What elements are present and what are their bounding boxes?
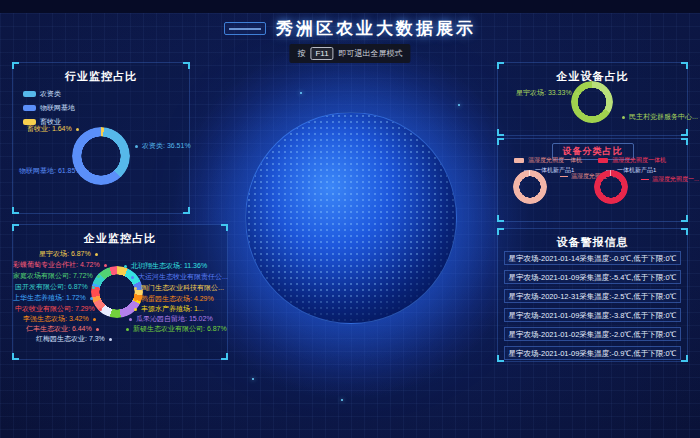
panel-corner xyxy=(497,228,504,235)
panel-corner xyxy=(183,207,190,214)
alarm-row: 星宇农场-2021-01-09采集温度:-0.9℃,低于下限:0℃ xyxy=(504,346,681,360)
panel-device-alarms: 设备警报信息 星宇农场-2021-01-14采集温度:-0.9℃,低于下限:0℃… xyxy=(497,228,688,362)
panel-corner xyxy=(681,355,688,362)
panel-corner xyxy=(497,355,504,362)
alarm-list: 星宇农场-2021-01-14采集温度:-0.9℃,低于下限:0℃ 星宇农场-2… xyxy=(504,251,681,365)
pie-label: 农资类: 36.51% xyxy=(135,141,191,150)
alarm-row: 星宇农场-2020-12-31采集温度:-2.5℃,低于下限:0℃ xyxy=(504,289,681,303)
panel-corner xyxy=(12,62,19,69)
particle-dot xyxy=(341,399,343,401)
pie-label: 彩蝶葡萄专业合作社: 4.72% xyxy=(13,260,107,269)
pie-label: 李强生态农场: 3.42% xyxy=(23,314,96,323)
category-donut-chart-1[interactable] xyxy=(513,170,547,204)
category-donut-chart-2[interactable] xyxy=(594,170,628,204)
legend-item: 温湿度光照度一体机 xyxy=(514,156,582,165)
industry-donut-chart[interactable] xyxy=(72,127,130,185)
panel-corner xyxy=(497,215,504,222)
particle-dot xyxy=(300,92,302,94)
pie-label: 温湿度光照度一... xyxy=(641,175,699,184)
pie-label: 红梅园生态农业: 7.3% xyxy=(36,334,112,343)
pie-label: 中农牧业有限公司: 7.29% xyxy=(15,304,102,313)
legend-label: 物联网基地 xyxy=(40,103,75,113)
f11-key: F11 xyxy=(310,47,333,60)
pie-label: 陶门生态农业科技有限公... xyxy=(134,283,224,292)
pie-label: 物联网基地: 61.85% xyxy=(19,166,89,175)
panel-corner xyxy=(681,215,688,222)
panel-enterprise-device: 企业设备占比 星宇农场: 33.33% 民主村党群服务中心... xyxy=(497,62,688,136)
panel-corner xyxy=(221,224,228,231)
legend-swatch xyxy=(23,91,36,97)
dashboard-screen: 秀洲区农业大数据展示 按 F11 即可退出全屏模式 行业监控占比 农资类 物联网… xyxy=(0,0,700,438)
particle-dot xyxy=(252,378,254,380)
alarm-row: 星宇农场-2021-01-09采集温度:-3.8℃,低于下限:0℃ xyxy=(504,308,681,322)
panel-title: 企业监控占比 xyxy=(13,231,227,246)
pie-label: 星宇农场: 33.33% xyxy=(516,88,579,97)
panel-title: 行业监控占比 xyxy=(13,69,189,84)
legend-swatch xyxy=(598,158,608,163)
panel-corner xyxy=(497,129,504,136)
panel-corner xyxy=(681,129,688,136)
panel-industry-monitor: 行业监控占比 农资类 物联网基地 畜牧业 畜牧业: 1.64% 农资类: 36.… xyxy=(12,62,190,214)
header: 秀洲区农业大数据展示 xyxy=(0,17,700,40)
legend-item: 农资类 xyxy=(23,89,75,99)
pie-label: 民主村党群服务中心... xyxy=(622,112,698,121)
pie-label: 鸭蛋园生态农场: 4.29% xyxy=(134,294,214,303)
panel-corner xyxy=(12,207,19,214)
panel-device-category: 设备分类占比 温湿度光照度一体机 一体机新产品1 温湿度光照度一... 温湿度光… xyxy=(497,138,688,222)
panel-corner xyxy=(497,138,504,145)
legend-label: 温湿度光照度一体机 xyxy=(612,156,666,165)
page-title: 秀洲区农业大数据展示 xyxy=(276,17,476,40)
panel-corner xyxy=(183,62,190,69)
panel-title: 设备警报信息 xyxy=(498,235,687,250)
alarm-row: 星宇农场-2021-01-09采集温度:-5.4℃,低于下限:0℃ xyxy=(504,270,681,284)
header-logo xyxy=(224,22,266,35)
legend-label: 农资类 xyxy=(40,89,61,99)
pie-label: 仁丰生态农业: 6.44% xyxy=(26,324,99,333)
panel-corner xyxy=(681,138,688,145)
pie-label: 国开发有限公司: 6.87% xyxy=(15,282,95,291)
fullscreen-hint: 按 F11 即可退出全屏模式 xyxy=(289,44,410,63)
globe-visualization xyxy=(245,112,457,324)
panel-corner xyxy=(681,62,688,69)
pie-label: 上华生态养殖场: 1.72% xyxy=(13,293,93,302)
hint-suffix: 即可退出全屏模式 xyxy=(339,48,403,59)
pie-label: 新硕生态农业有限公司: 6.87% xyxy=(126,324,227,333)
panel-corner xyxy=(681,228,688,235)
pie-label: 北玥翔生态农场: 11.36% xyxy=(124,261,207,270)
pie-label: 丰源水产养殖场: 1... xyxy=(134,304,204,313)
legend-swatch xyxy=(23,105,36,111)
pie-label: 瓜果沁园自留地: 15.02% xyxy=(129,314,213,323)
legend-swatch xyxy=(514,158,524,163)
pie-label: 畜牧业: 1.64% xyxy=(27,124,79,133)
panel-corner xyxy=(221,353,228,360)
alarm-row: 星宇农场-2021-01-14采集温度:-0.9℃,低于下限:0℃ xyxy=(504,251,681,265)
particle-dot xyxy=(458,104,460,106)
panel-corner xyxy=(497,62,504,69)
legend-item: 温湿度光照度一体机 xyxy=(598,156,666,165)
pie-label: 大运河生态牧业有限责任公... xyxy=(131,272,228,281)
top-strip xyxy=(0,0,700,13)
pie-label: 家庭农场有限公司: 7.72% xyxy=(13,271,100,280)
hint-prefix: 按 xyxy=(297,48,305,59)
alarm-row: 星宇农场-2021-01-02采集温度:-2.0℃,低于下限:0℃ xyxy=(504,327,681,341)
legend-label: 温湿度光照度一体机 xyxy=(528,156,582,165)
panel-corner xyxy=(12,353,19,360)
legend-item: 物联网基地 xyxy=(23,103,75,113)
pie-label: 星宇农场: 6.87% xyxy=(39,249,98,258)
panel-enterprise-monitor: 企业监控占比 星宇农场: 6.87% 彩蝶葡萄专业合作社: 4.72% 家庭农场… xyxy=(12,224,228,360)
panel-corner xyxy=(12,224,19,231)
